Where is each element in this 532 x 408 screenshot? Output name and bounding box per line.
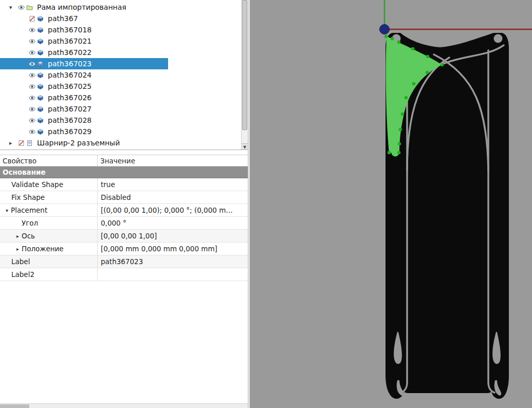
property-value[interactable]: [0,000 mm 0,000 mm 0,000 mm] bbox=[98, 245, 248, 253]
tree-item-label: path367026 bbox=[48, 94, 91, 102]
property-group-header[interactable]: Основание bbox=[0, 166, 248, 178]
property-row[interactable]: Угол 0,000 ° bbox=[0, 217, 248, 230]
right-hole bbox=[494, 34, 503, 43]
visibility-icon bbox=[29, 106, 35, 113]
property-name: Validate Shape bbox=[11, 180, 63, 189]
property-value[interactable]: 0,000 ° bbox=[98, 219, 248, 227]
solid-cube-icon bbox=[37, 128, 44, 135]
property-value[interactable]: [(0,00 0,00 1,00); 0,000 °; (0,000 m… bbox=[98, 206, 248, 214]
property-editor: Свойство Значение Основание Validate Sha… bbox=[0, 151, 248, 408]
horizontal-scrollbar-thumb[interactable] bbox=[0, 404, 29, 408]
property-column-header: Свойство bbox=[0, 155, 98, 166]
property-row[interactable]: ▸ Ось [0,00 0,00 1,00] bbox=[0, 230, 248, 243]
visibility-icon bbox=[29, 49, 35, 56]
tree-scrollbar-thumb[interactable] bbox=[242, 0, 247, 130]
property-name: Label bbox=[11, 257, 30, 266]
property-value[interactable]: path367023 bbox=[98, 257, 248, 266]
solid-cube-icon bbox=[37, 95, 44, 101]
tree-item[interactable]: path367026 bbox=[0, 92, 248, 103]
tree-item-collapsed-group[interactable]: ▸ Шарнир-2 разъемный bbox=[0, 137, 248, 149]
expander-closed-icon[interactable]: ▸ bbox=[9, 140, 18, 146]
property-value[interactable]: Disabled bbox=[98, 193, 248, 201]
visibility-icon bbox=[29, 27, 35, 33]
tree-item[interactable]: path367028 bbox=[0, 115, 248, 126]
tree-item-label: path367021 bbox=[48, 37, 91, 45]
property-table-header: Свойство Значение bbox=[0, 155, 248, 166]
scroll-down-button[interactable]: ▼ bbox=[242, 143, 248, 150]
visibility-icon bbox=[29, 61, 35, 67]
solid-cube-icon bbox=[37, 61, 44, 67]
value-column-header: Значение bbox=[98, 155, 248, 166]
visibility-icon bbox=[18, 4, 25, 11]
property-row[interactable]: ▾ Placement [(0,00 0,00 1,00); 0,000 °; … bbox=[0, 204, 248, 217]
visibility-icon bbox=[29, 38, 35, 45]
tree-item[interactable]: path367025 bbox=[0, 81, 248, 92]
document-icon bbox=[26, 140, 33, 146]
tree-item-label: path367022 bbox=[48, 48, 91, 57]
tree-item-label: path367028 bbox=[48, 116, 91, 124]
solid-cube-icon bbox=[37, 15, 44, 22]
origin-point[interactable] bbox=[380, 25, 390, 34]
model-tree: ▾ Рама импортированная path367 path36701… bbox=[0, 0, 248, 150]
hidden-sketch-icon bbox=[29, 15, 35, 22]
expander-open-icon[interactable]: ▾ bbox=[9, 4, 18, 11]
property-row[interactable]: Label path367023 bbox=[0, 255, 248, 268]
tree-item-label: Шарнир-2 разъемный bbox=[37, 139, 120, 147]
tree-item-label: path367029 bbox=[48, 127, 91, 136]
property-value[interactable]: [0,00 0,00 1,00] bbox=[98, 232, 248, 240]
visibility-icon bbox=[29, 83, 35, 90]
property-name: Ось bbox=[22, 232, 35, 240]
tree-item[interactable]: path367022 bbox=[0, 47, 248, 58]
solid-cube-icon bbox=[37, 83, 44, 90]
tree-item-selected[interactable]: path367023 bbox=[0, 58, 168, 69]
property-row[interactable]: Fix Shape Disabled bbox=[0, 191, 248, 204]
tree-item-root[interactable]: ▾ Рама импортированная bbox=[0, 2, 248, 13]
solid-cube-icon bbox=[37, 38, 44, 45]
horizontal-scrollbar[interactable] bbox=[0, 403, 248, 408]
tree-item[interactable]: path367024 bbox=[0, 69, 248, 81]
3d-viewport[interactable] bbox=[250, 0, 532, 408]
group-folder-icon bbox=[26, 4, 33, 11]
visibility-icon bbox=[29, 128, 35, 135]
left-panel: ▾ Рама импортированная path367 path36701… bbox=[0, 0, 248, 408]
tree-scrollbar[interactable]: ▼ bbox=[241, 0, 248, 150]
tree-item-label: path367018 bbox=[48, 26, 91, 34]
tree-item[interactable]: path367018 bbox=[0, 24, 248, 35]
property-row[interactable]: Label2 bbox=[0, 268, 248, 281]
tree-item-label: path367023 bbox=[48, 60, 91, 68]
property-row[interactable]: Validate Shape true bbox=[0, 178, 248, 191]
property-value[interactable]: true bbox=[98, 180, 248, 189]
solid-cube-icon bbox=[37, 106, 44, 113]
tree-item[interactable]: path367021 bbox=[0, 35, 248, 47]
tree-item-label: path367025 bbox=[48, 82, 91, 90]
property-name: Label2 bbox=[11, 270, 34, 279]
hidden-sketch-icon bbox=[18, 140, 25, 146]
property-row[interactable]: ▸ Положение [0,000 mm 0,000 mm 0,000 mm] bbox=[0, 243, 248, 255]
visibility-icon bbox=[29, 72, 35, 79]
tree-item[interactable]: path367 bbox=[0, 13, 248, 24]
solid-cube-icon bbox=[37, 117, 44, 124]
expander-closed-icon[interactable]: ▸ bbox=[14, 246, 22, 252]
solid-cube-icon bbox=[37, 72, 44, 79]
tree-item-label: path367 bbox=[48, 14, 78, 23]
expander-closed-icon[interactable]: ▸ bbox=[14, 233, 22, 239]
property-name: Fix Shape bbox=[11, 193, 45, 201]
property-name: Положение bbox=[22, 245, 64, 253]
property-name: Placement bbox=[11, 206, 47, 214]
visibility-icon bbox=[29, 117, 35, 124]
solid-cube-icon bbox=[37, 27, 44, 33]
tree-item-label: Рама импортированная bbox=[37, 3, 126, 11]
expander-open-icon[interactable]: ▾ bbox=[3, 208, 11, 213]
tree-item-label: path367024 bbox=[48, 71, 91, 79]
visibility-icon bbox=[29, 95, 35, 101]
tree-item[interactable]: path367027 bbox=[0, 103, 248, 115]
property-name: Угол bbox=[22, 219, 38, 227]
tree-item[interactable]: path367029 bbox=[0, 126, 248, 137]
solid-cube-icon bbox=[37, 49, 44, 56]
tree-item-label: path367027 bbox=[48, 105, 91, 113]
